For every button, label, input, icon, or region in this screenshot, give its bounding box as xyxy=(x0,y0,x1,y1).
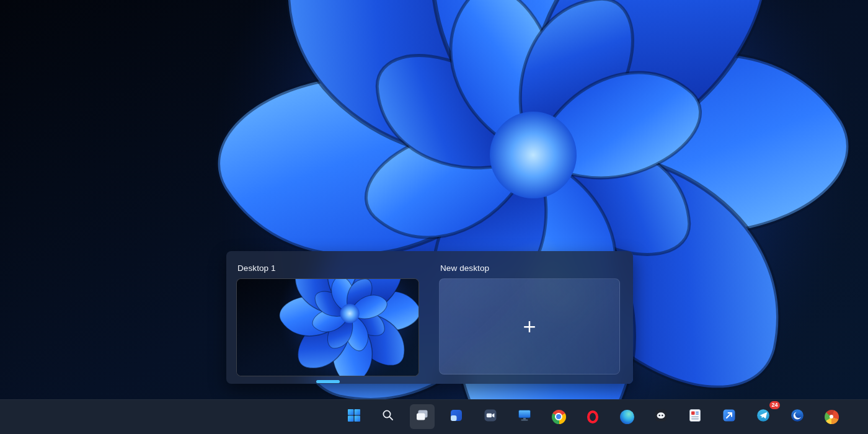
active-desktop-indicator xyxy=(316,380,340,383)
image-viewer-button[interactable] xyxy=(819,404,844,429)
task-view-button[interactable] xyxy=(410,404,435,429)
edge-browser-icon xyxy=(620,410,634,424)
add-desktop-icon: + xyxy=(522,318,536,335)
document-app-button[interactable] xyxy=(683,404,707,429)
display-app-button[interactable] xyxy=(512,404,537,429)
arrow-app-icon xyxy=(722,408,737,425)
desktop-1-label: Desktop 1 xyxy=(237,264,419,273)
discord-button[interactable] xyxy=(649,404,673,429)
video-chat-icon xyxy=(483,408,498,425)
discord-icon xyxy=(653,408,668,425)
taskbar: 24 xyxy=(0,399,868,434)
document-icon xyxy=(688,408,702,425)
widgets-icon xyxy=(449,408,464,425)
opera-browser-icon xyxy=(587,410,598,423)
chrome-browser-icon xyxy=(552,410,566,424)
image-viewer-icon xyxy=(825,410,839,424)
desktop-1-thumbnail[interactable] xyxy=(236,278,419,376)
widgets-button[interactable] xyxy=(444,404,469,429)
telegram-icon xyxy=(756,408,771,425)
taskbar-icon-row: 24 xyxy=(342,404,844,429)
task-view-icon xyxy=(415,408,430,425)
new-desktop-button[interactable]: + xyxy=(439,278,620,374)
blue-app-button[interactable] xyxy=(717,404,742,429)
search-button[interactable] xyxy=(376,404,401,429)
desktop-tile-1[interactable]: Desktop 1 xyxy=(236,264,419,384)
chat-button[interactable] xyxy=(478,404,503,429)
new-desktop-label: New desktop xyxy=(440,264,620,273)
bird-app-button[interactable] xyxy=(785,404,810,429)
start-button[interactable] xyxy=(342,404,366,429)
telegram-button[interactable]: 24 xyxy=(751,404,776,429)
opera-button[interactable] xyxy=(580,404,605,429)
new-desktop-column: New desktop + xyxy=(439,264,620,384)
unread-badge: 24 xyxy=(769,401,780,409)
chrome-button[interactable] xyxy=(546,404,571,429)
bird-app-icon xyxy=(790,408,805,425)
monitor-icon xyxy=(517,408,532,425)
search-icon xyxy=(381,409,395,425)
task-view-flyout: Desktop 1 New desktop + xyxy=(226,251,633,384)
windows-logo-icon xyxy=(347,409,361,425)
edge-button[interactable] xyxy=(614,404,639,429)
